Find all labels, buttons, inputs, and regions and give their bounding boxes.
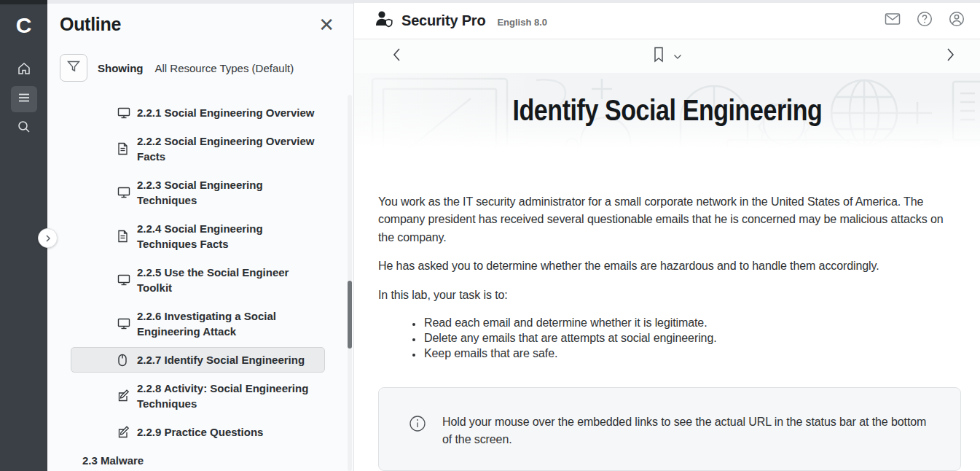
video-icon: [117, 187, 130, 198]
outline-item-label: 2.2.5 Use the Social Engineer Toolkit: [137, 265, 318, 295]
filter-value[interactable]: All Resource Types (Default): [155, 62, 294, 74]
document-icon: [117, 230, 130, 243]
task-intro: In this lab, your task is to:: [378, 287, 961, 305]
activity-edit-icon: [117, 426, 130, 439]
filter-button[interactable]: [60, 54, 87, 82]
app-logo-letter: C: [16, 13, 32, 38]
outline-list: 2.2.1 Social Engineering Overview 2.2.2 …: [71, 100, 325, 471]
scenario-paragraph-1: You work as the IT security administrato…: [378, 193, 961, 247]
chevron-left-icon: [392, 47, 401, 65]
outline-item-selected[interactable]: 2.2.7 Identify Social Engineering: [71, 347, 325, 373]
account-icon: [949, 11, 965, 30]
outline-item-label: 2.2.8 Activity: Social Engineering Techn…: [137, 381, 318, 411]
mail-icon: [885, 12, 901, 28]
outline-item[interactable]: 2.2.2 Social Engineering Overview Facts: [71, 128, 325, 169]
outline-item[interactable]: 2.2.5 Use the Social Engineer Toolkit: [71, 260, 325, 300]
lesson-navbar: [354, 39, 980, 73]
security-pro-logo-icon: [374, 9, 394, 31]
video-icon: [117, 274, 130, 286]
product-edition: English 8.0: [497, 17, 547, 28]
task-item: Delete any emails that are attempts at s…: [423, 330, 961, 346]
product-header: Security Pro English 8.0: [354, 3, 980, 39]
info-icon: [409, 413, 426, 448]
close-icon[interactable]: ✕: [318, 15, 334, 34]
outline-button[interactable]: [11, 86, 37, 112]
outline-item[interactable]: 2.2.3 Social Engineering Techniques: [71, 172, 325, 213]
outline-section-label: 2.3 Malware: [82, 453, 144, 468]
outline-item-label: 2.2.6 Investigating a Social Engineering…: [137, 308, 318, 339]
video-icon: [117, 318, 130, 330]
outline-item[interactable]: 2.2.4 Social Engineering Techniques Fact…: [71, 216, 325, 257]
outline-item-label: 2.2.9 Practice Questions: [137, 424, 263, 440]
messages-button[interactable]: [884, 12, 901, 29]
outline-item[interactable]: 2.2.8 Activity: Social Engineering Techn…: [71, 375, 325, 416]
main-area: Security Pro English 8.0: [354, 0, 980, 471]
app-window: C: [0, 0, 980, 471]
filter-showing-label: Showing: [98, 62, 144, 74]
filter-funnel-icon: [66, 59, 81, 77]
bookmark-button[interactable]: [653, 47, 665, 66]
outline-section-header[interactable]: 2.3 Malware: [71, 448, 325, 471]
outline-item[interactable]: 2.2.1 Social Engineering Overview: [71, 100, 325, 125]
search-button[interactable]: [11, 115, 37, 141]
panel-collapse-toggle[interactable]: [38, 228, 58, 248]
outline-item-label: 2.2.3 Social Engineering Techniques: [137, 177, 318, 208]
previous-lesson-button[interactable]: [382, 42, 411, 71]
video-icon: [117, 107, 130, 119]
lesson-content: You work as the IT security administrato…: [354, 148, 980, 471]
info-note-text: Hold your mouse over the embedded links …: [442, 413, 931, 448]
home-icon: [17, 61, 31, 79]
outline-scrollbar-thumb[interactable]: [348, 281, 352, 349]
search-icon: [17, 120, 31, 137]
chevron-right-icon: [946, 47, 955, 65]
outline-item-label: 2.2.4 Social Engineering Techniques Fact…: [137, 221, 318, 252]
info-note-box: Hold your mouse over the embedded links …: [378, 387, 961, 471]
chevron-down-icon: [673, 50, 682, 63]
bookmark-icon: [653, 47, 665, 66]
next-lesson-button[interactable]: [936, 42, 965, 71]
help-button[interactable]: [916, 12, 933, 29]
task-list: Read each email and determine whether it…: [423, 315, 961, 361]
task-item: Read each email and determine whether it…: [423, 315, 961, 330]
outline-menu-icon: [17, 91, 31, 107]
bookmark-dropdown-button[interactable]: [673, 50, 682, 63]
outline-item[interactable]: 2.2.9 Practice Questions: [71, 419, 325, 445]
outline-panel: Outline ✕ Showing All Resource Types (De…: [47, 0, 354, 471]
outline-item[interactable]: 2.2.6 Investigating a Social Engineering…: [71, 303, 325, 344]
outline-item-label: 2.2.2 Social Engineering Overview Facts: [137, 133, 318, 164]
activity-edit-icon: [117, 389, 130, 402]
document-icon: [117, 142, 130, 155]
scenario-paragraph-2: He has asked you to determine whether th…: [378, 257, 961, 276]
outline-item-label: 2.2.7 Identify Social Engineering: [137, 352, 305, 367]
lesson-title: Identify Social Engineering: [513, 94, 823, 127]
lesson-title-banner: Identify Social Engineering: [354, 73, 980, 148]
home-button[interactable]: [11, 57, 37, 83]
product-title: Security Pro: [401, 12, 485, 29]
outline-title: Outline: [60, 14, 121, 35]
help-icon: [917, 11, 933, 30]
lab-mouse-icon: [117, 354, 130, 367]
task-item: Keep emails that are safe.: [423, 346, 961, 361]
account-button[interactable]: [948, 12, 965, 29]
app-logo[interactable]: C: [0, 4, 47, 47]
outline-item-label: 2.2.1 Social Engineering Overview: [137, 105, 314, 120]
